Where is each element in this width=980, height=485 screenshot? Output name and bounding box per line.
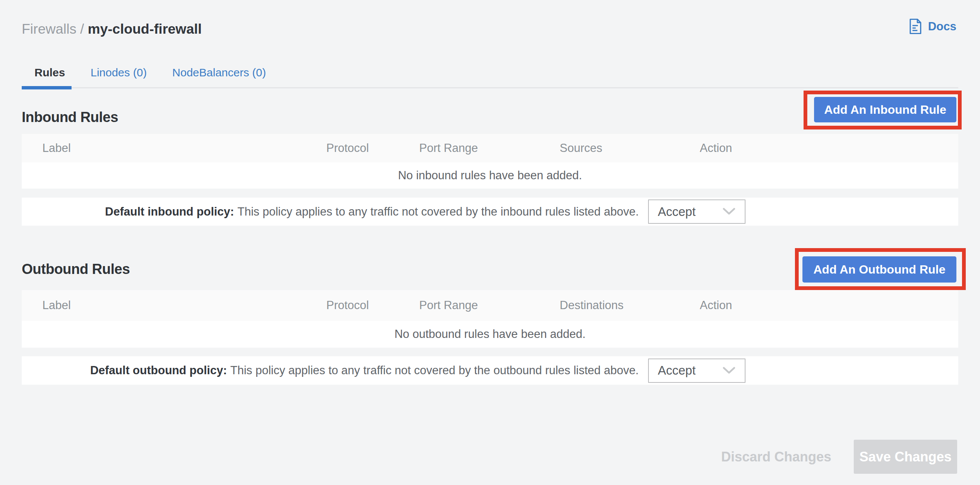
outbound-empty-text: No outbound rules have been added.: [395, 327, 585, 341]
breadcrumb-current-firewall: my-cloud-firewall: [88, 21, 202, 36]
inbound-header-sources: Sources: [560, 134, 602, 162]
inbound-policy-description: Default inbound policy:This policy appli…: [105, 205, 639, 219]
outbound-empty-state-row: No outbound rules have been added.: [22, 321, 958, 348]
breadcrumb: Firewalls/my-cloud-firewall: [22, 20, 202, 38]
tab-nodebalancers[interactable]: NodeBalancers (0): [159, 59, 279, 86]
add-outbound-rule-button[interactable]: Add An Outbound Rule: [802, 256, 956, 282]
docs-link[interactable]: Docs: [908, 18, 956, 35]
inbound-table-header: Label Protocol Port Range Sources Action: [22, 134, 958, 162]
tab-rules[interactable]: Rules: [22, 59, 78, 86]
add-inbound-rule-button[interactable]: Add An Inbound Rule: [814, 97, 956, 122]
inbound-policy-row: Default inbound policy:This policy appli…: [22, 198, 958, 226]
footer-actions: Discard Changes Save Changes: [718, 440, 957, 474]
outbound-policy-text: This policy applies to any traffic not c…: [231, 364, 639, 377]
tab-bar: Rules Linodes (0) NodeBalancers (0): [22, 59, 279, 86]
outbound-policy-label: Default outbound policy:: [90, 364, 227, 377]
inbound-header-protocol: Protocol: [326, 134, 369, 162]
outbound-policy-row: Default outbound policy:This policy appl…: [22, 356, 958, 385]
inbound-header-label: Label: [42, 134, 71, 162]
save-changes-button[interactable]: Save Changes: [854, 440, 957, 474]
chevron-down-icon: [722, 208, 736, 216]
outbound-header-port-range: Port Range: [419, 290, 478, 321]
default-inbound-policy-select[interactable]: Accept: [648, 200, 746, 224]
inbound-empty-state-row: No inbound rules have been added.: [22, 162, 958, 189]
discard-changes-button[interactable]: Discard Changes: [718, 449, 835, 465]
outbound-table-header: Label Protocol Port Range Destinations A…: [22, 290, 958, 321]
inbound-header-port-range: Port Range: [419, 134, 478, 162]
outbound-header-protocol: Protocol: [326, 290, 369, 321]
inbound-rules-heading: Inbound Rules: [22, 109, 118, 125]
outbound-policy-description: Default outbound policy:This policy appl…: [90, 364, 639, 377]
breadcrumb-firewalls-link[interactable]: Firewalls: [22, 21, 76, 36]
inbound-policy-selected-value: Accept: [658, 205, 696, 219]
chevron-down-icon: [722, 367, 736, 375]
default-outbound-policy-select[interactable]: Accept: [648, 358, 746, 383]
outbound-header-action: Action: [700, 290, 732, 321]
breadcrumb-separator: /: [80, 21, 84, 36]
outbound-rules-heading: Outbound Rules: [22, 261, 130, 277]
outbound-policy-selected-value: Accept: [658, 363, 696, 377]
tab-divider-line: [22, 87, 958, 88]
document-icon: [908, 18, 922, 35]
tab-linodes[interactable]: Linodes (0): [78, 59, 159, 86]
outbound-header-label: Label: [42, 290, 71, 321]
inbound-empty-text: No inbound rules have been added.: [398, 169, 582, 182]
firewall-detail-page: { "colors": { "page_background": "#f3f4f…: [0, 0, 980, 485]
active-tab-indicator: [22, 86, 72, 89]
outbound-header-destinations: Destinations: [560, 290, 624, 321]
inbound-policy-text: This policy applies to any traffic not c…: [237, 205, 639, 218]
docs-label: Docs: [928, 20, 956, 33]
inbound-header-action: Action: [700, 134, 732, 162]
inbound-policy-label: Default inbound policy:: [105, 205, 234, 218]
